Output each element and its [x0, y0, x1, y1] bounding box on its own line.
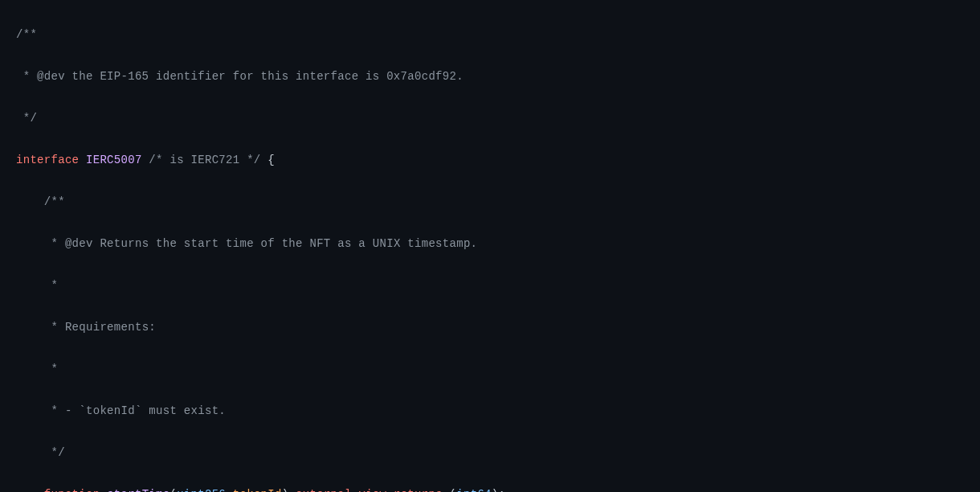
type-uint256: uint256 — [177, 488, 226, 492]
comment-text: /** — [44, 195, 65, 208]
type-int64: int64 — [456, 488, 492, 492]
code-line: * - `tokenId` must exist. — [0, 400, 980, 421]
keyword-external: external — [296, 488, 352, 492]
comment-text: */ — [44, 446, 65, 459]
comment-text: /** — [16, 28, 37, 41]
code-line: * — [0, 275, 980, 296]
paren-close: ) — [492, 488, 499, 492]
code-line: */ — [0, 108, 980, 129]
paren-open: ( — [169, 488, 177, 492]
comment-text: */ — [16, 112, 37, 125]
keyword-returns: returns — [394, 488, 443, 492]
semicolon: ; — [499, 488, 506, 492]
comment-text: * @dev Returns the start time of the NFT… — [44, 237, 477, 250]
code-block: /** * @dev the EIP-165 identifier for th… — [0, 0, 980, 492]
code-line: * @dev Returns the start time of the NFT… — [0, 233, 980, 254]
function-name: startTime — [107, 488, 169, 492]
param-tokenid: tokenId — [233, 488, 282, 492]
keyword-interface: interface — [16, 154, 79, 166]
comment-text: * — [44, 363, 58, 375]
code-line: */ — [0, 442, 980, 463]
comment-text: * @dev the EIP-165 identifier for this i… — [16, 70, 463, 83]
keyword-function: function — [44, 488, 100, 492]
code-line: * — [0, 359, 980, 379]
comment-text: * - `tokenId` must exist. — [44, 404, 226, 417]
code-line: /** — [0, 191, 980, 212]
comment-text: * Requirements: — [44, 321, 156, 334]
comment-text: /* is IERC721 */ — [149, 154, 260, 166]
keyword-view: view — [358, 488, 386, 492]
code-line: * @dev the EIP-165 identifier for this i… — [0, 66, 980, 87]
interface-name: IERC5007 — [86, 154, 142, 166]
comment-text: * — [44, 279, 58, 292]
code-line: /** — [0, 24, 980, 45]
brace-open: { — [267, 154, 275, 166]
code-line: * Requirements: — [0, 317, 980, 338]
code-line: interface IERC5007 /* is IERC721 */ { — [0, 150, 980, 170]
code-line: function startTime(uint256 tokenId) exte… — [0, 484, 980, 492]
paren-open: ( — [450, 488, 457, 492]
